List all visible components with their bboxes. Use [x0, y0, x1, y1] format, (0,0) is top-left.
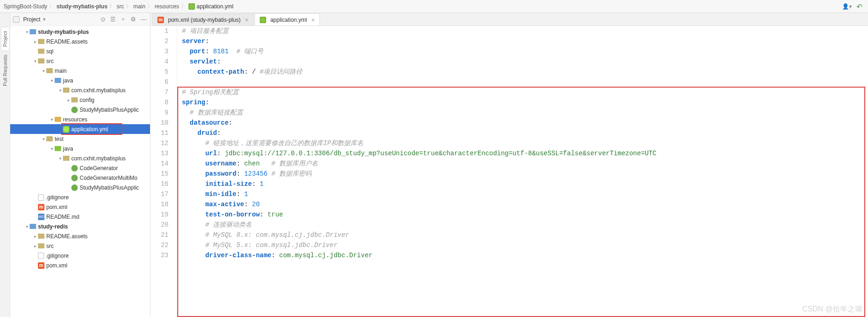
package-icon [71, 97, 78, 102]
collapse-all-icon[interactable]: ÷ [119, 16, 127, 23]
editor-tab[interactable]: mpom.xml (study-mybatis-plus)× [152, 13, 254, 25]
tree-row[interactable]: CodeGenerator [10, 163, 150, 173]
code-line[interactable]: # 链接地址，这里需要修改自己的数据库IP和数据库名 [182, 138, 868, 148]
tree-arrow-icon[interactable]: ▸ [32, 234, 38, 239]
breadcrumb-item[interactable]: main [133, 3, 145, 10]
code-line[interactable]: max-active: 20 [182, 199, 868, 209]
tree-arrow-icon[interactable]: ▾ [49, 117, 55, 122]
breadcrumb-item[interactable]: study-mybatis-plus [56, 3, 107, 10]
chevron-right-icon: 〉 [109, 2, 115, 10]
line-number: 21 [150, 230, 169, 240]
line-number: 2 [150, 36, 169, 46]
code-line[interactable]: initial-size: 1 [182, 179, 868, 189]
code-line[interactable]: datasource: [182, 118, 868, 128]
tree-row[interactable]: ▾java [10, 76, 150, 85]
code-line[interactable]: servlet: [182, 57, 868, 67]
code-line[interactable]: min-idle: 1 [182, 189, 868, 199]
tree-row[interactable]: mpom.xml [10, 202, 150, 212]
tree-row[interactable]: ▾java [10, 144, 150, 153]
markdown-icon: MD [38, 214, 44, 220]
maven-icon: m [38, 204, 44, 210]
hide-icon[interactable]: — [140, 16, 147, 23]
tree-row[interactable]: CodeGeneratorMultiMo [10, 173, 150, 183]
tree-arrow-icon[interactable]: ▾ [49, 146, 55, 151]
tree-row[interactable]: ▸config [10, 95, 150, 105]
code-content[interactable]: # 项目服务配置server: port: 8181 # 端口号 servlet… [177, 26, 868, 317]
tree-arrow-icon[interactable]: ▾ [32, 59, 38, 63]
tree-row[interactable]: ▾resources [10, 114, 150, 124]
code-line[interactable]: port: 8181 # 端口号 [182, 46, 868, 57]
tree-arrow-icon[interactable]: ▾ [41, 69, 46, 73]
tree-item-label: resources [63, 116, 87, 123]
code-line[interactable]: # 项目服务配置 [182, 26, 868, 36]
tree-row[interactable]: ▸README.assets [10, 37, 150, 46]
tree-row[interactable]: ▸src [10, 241, 150, 251]
expand-all-icon[interactable]: ☰ [109, 16, 117, 23]
breadcrumb-item[interactable]: application.yml [188, 3, 233, 10]
tree-row[interactable]: ▾com.cxhit.mybatisplus [10, 85, 150, 95]
code-line[interactable]: druid: [182, 128, 868, 138]
breadcrumb-item[interactable]: SpringBoot-Study [4, 3, 47, 10]
module-icon [30, 29, 36, 34]
tree-arrow-icon[interactable]: ▾ [57, 88, 63, 93]
tree-arrow-icon[interactable]: ▸ [32, 39, 38, 44]
breadcrumb-item[interactable]: resources [155, 3, 179, 10]
tree-row[interactable]: ▾study-mybatis-plus [10, 27, 150, 37]
close-icon[interactable]: × [311, 16, 315, 24]
back-icon[interactable]: ↶ [856, 2, 862, 11]
tree-arrow-icon[interactable]: ▾ [24, 224, 30, 229]
tree-row[interactable]: MDREADME.md [10, 212, 150, 222]
tree-row[interactable]: ▾study-redis [10, 222, 150, 231]
pull-requests-tool-tab[interactable]: Pull Requests [1, 51, 9, 90]
tree-row[interactable]: mpom.xml [10, 260, 150, 270]
tree-row[interactable]: StudyMybatisPlusApplic [10, 105, 150, 114]
project-tool-tab[interactable]: Project [1, 27, 9, 51]
code-line[interactable]: # MySQL 8.x: com.mysql.cj.jdbc.Driver [182, 230, 868, 240]
tree-arrow-icon[interactable]: ▸ [66, 98, 71, 102]
tree-item-label: README.assets [46, 38, 87, 45]
close-icon[interactable]: × [245, 16, 249, 24]
tree-arrow-icon[interactable]: ▾ [49, 78, 55, 83]
code-line[interactable]: password: 123456 # 数据库密码 [182, 169, 868, 179]
tree-item-label: config [80, 97, 94, 103]
tree-row[interactable]: StudyMybatisPlusApplic [10, 183, 150, 192]
tree-arrow-icon[interactable]: ▾ [41, 137, 46, 141]
chevron-down-icon[interactable]: ▼ [42, 17, 46, 22]
breadcrumb-item[interactable]: src [117, 3, 124, 10]
code-editor[interactable]: 1234567891011121314151617181920212223 # … [150, 26, 868, 317]
tree-row[interactable]: .gitignore [10, 192, 150, 202]
tree-row[interactable]: .gitignore [10, 251, 150, 260]
code-line[interactable]: spring: [182, 97, 868, 108]
code-line[interactable]: url: jdbc:mysql://127.0.0.1:3306/db_stud… [182, 148, 868, 158]
tree-row[interactable]: ▾src [10, 56, 150, 66]
tree-arrow-icon[interactable]: ▾ [24, 30, 30, 34]
tree-row[interactable]: ▸README.assets [10, 231, 150, 241]
tree-arrow-icon[interactable]: ▾ [57, 156, 63, 161]
code-line[interactable] [182, 77, 868, 87]
code-line[interactable]: # Spring相关配置 [182, 87, 868, 97]
tree-row[interactable]: ▾com.cxhit.mybatisplus [10, 153, 150, 163]
project-tree[interactable]: ▾study-mybatis-plus▸README.assetssql▾src… [10, 26, 150, 317]
code-line[interactable]: # 数据库链接配置 [182, 108, 868, 118]
editor-area: mpom.xml (study-mybatis-plus)×applicatio… [150, 13, 868, 317]
editor-tab[interactable]: application.yml× [255, 13, 320, 25]
gear-icon[interactable]: ⚙ [130, 16, 137, 23]
line-number: 23 [150, 250, 169, 260]
code-line[interactable]: # 连接驱动类名 [182, 220, 868, 230]
tree-row[interactable]: application.yml [10, 124, 150, 134]
tree-item-label: com.cxhit.mybatisplus [71, 155, 125, 162]
folder-icon [46, 68, 53, 73]
code-line[interactable]: server: [182, 36, 868, 46]
project-icon [13, 16, 19, 23]
code-line[interactable]: # MySQL 5.x: com.mysql.jdbc.Driver [182, 240, 868, 250]
code-line[interactable]: driver-class-name: com.mysql.cj.jdbc.Dri… [182, 250, 868, 260]
code-line[interactable]: username: chen # 数据库用户名 [182, 158, 868, 169]
tree-row[interactable]: ▾test [10, 134, 150, 144]
code-line[interactable]: test-on-borrow: true [182, 209, 868, 220]
tree-row[interactable]: ▾main [10, 66, 150, 76]
tree-arrow-icon[interactable]: ▸ [32, 244, 38, 248]
code-line[interactable]: context-path: / #项目访问路径 [182, 67, 868, 77]
select-opened-file-icon[interactable]: ⊙ [99, 16, 106, 23]
user-icon[interactable]: 👤▾ [842, 3, 852, 10]
tree-row[interactable]: sql [10, 46, 150, 56]
